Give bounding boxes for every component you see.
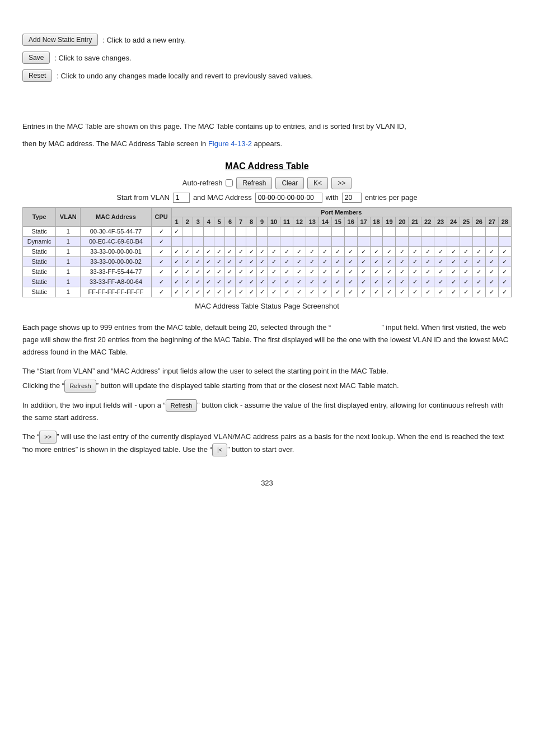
gg-button[interactable]: >> xyxy=(331,177,352,189)
cell-mac: FF-FF-FF-FF-FF-FF xyxy=(81,287,151,297)
cell-port-11 xyxy=(280,236,293,246)
cell-port-18 xyxy=(370,236,383,246)
port-header-14: 14 xyxy=(318,217,331,226)
port-header-26: 26 xyxy=(472,217,485,226)
cell-port-1: ✓ xyxy=(171,277,182,287)
refresh-inline: Refresh xyxy=(64,380,96,393)
save-button[interactable]: Save xyxy=(22,52,50,64)
cell-port-5: ✓ xyxy=(214,287,224,297)
mac-address-input[interactable] xyxy=(255,193,322,203)
cell-port-1: ✓ xyxy=(171,256,182,267)
paragraph-3: Clicking the “Refresh” button will updat… xyxy=(22,380,512,393)
cell-port-28 xyxy=(498,236,511,246)
cell-port-17 xyxy=(357,236,370,246)
start-vlan-input[interactable] xyxy=(173,193,190,203)
refresh-inline-2: Refresh xyxy=(166,399,198,412)
cell-port-23: ✓ xyxy=(434,277,447,287)
cell-port-18: ✓ xyxy=(370,287,383,297)
cell-type: Dynamic xyxy=(23,236,56,246)
cell-port-11 xyxy=(280,226,293,236)
cell-port-28: ✓ xyxy=(498,277,511,287)
cell-port-6 xyxy=(224,236,235,246)
reset-button[interactable]: Reset xyxy=(22,69,52,82)
cell-port-10: ✓ xyxy=(268,256,280,267)
cell-vlan: 1 xyxy=(56,246,81,256)
cell-vlan: 1 xyxy=(56,287,81,297)
figure-link[interactable]: Figure 4-13-2 xyxy=(208,139,252,148)
cell-port-25: ✓ xyxy=(460,246,472,256)
mac-table-body: Static100-30-4F-55-44-77✓✓Dynamic100-E0-… xyxy=(23,226,512,297)
cell-port-7: ✓ xyxy=(235,267,246,277)
cell-port-25 xyxy=(460,236,472,246)
cell-port-12 xyxy=(293,226,306,236)
add-new-static-entry-button[interactable]: Add New Static Entry xyxy=(22,34,98,46)
cell-port-3: ✓ xyxy=(193,287,203,297)
cell-port-15: ✓ xyxy=(331,267,344,277)
cell-port-4: ✓ xyxy=(203,277,214,287)
cell-port-10: ✓ xyxy=(268,246,280,256)
cell-port-19: ✓ xyxy=(383,267,396,277)
port-header-1: 1 xyxy=(171,217,182,226)
cell-port-10: ✓ xyxy=(268,287,280,297)
cell-port-8 xyxy=(246,226,257,236)
paragraph-4: In addition, the two input fields will -… xyxy=(22,399,512,424)
port-header-2: 2 xyxy=(182,217,193,226)
cell-port-7: ✓ xyxy=(235,287,246,297)
start-row: Start from VLAN and MAC Address with ent… xyxy=(22,193,512,203)
cell-port-21: ✓ xyxy=(409,267,421,277)
cell-port-15: ✓ xyxy=(331,256,344,267)
cell-port-6 xyxy=(224,226,235,236)
cell-port-8: ✓ xyxy=(246,277,257,287)
cell-port-11: ✓ xyxy=(280,277,293,287)
cell-port-22: ✓ xyxy=(421,256,434,267)
cell-port-13: ✓ xyxy=(306,246,318,256)
kk-button[interactable]: K< xyxy=(307,177,328,189)
cell-type: Static xyxy=(23,277,56,287)
mac-address-header: MAC Address xyxy=(81,207,151,226)
body-section: Each page shows up to 999 entries from t… xyxy=(22,321,512,456)
cell-port-18: ✓ xyxy=(370,246,383,256)
entries-per-page-input[interactable] xyxy=(342,193,362,203)
cell-port-15: ✓ xyxy=(331,246,344,256)
cell-port-26 xyxy=(472,236,485,246)
cell-mac: 33-33-00-00-00-02 xyxy=(81,256,151,267)
cell-port-8: ✓ xyxy=(246,267,257,277)
port-header-11: 11 xyxy=(280,217,293,226)
cell-port-5 xyxy=(214,226,224,236)
cell-port-8: ✓ xyxy=(246,246,257,256)
cell-port-9: ✓ xyxy=(257,246,268,256)
cell-port-14: ✓ xyxy=(318,246,331,256)
refresh-button[interactable]: Refresh xyxy=(236,177,272,189)
cell-port-18: ✓ xyxy=(370,277,383,287)
cell-port-6: ✓ xyxy=(224,267,235,277)
cell-cpu: ✓ xyxy=(151,277,171,287)
cell-port-7: ✓ xyxy=(235,277,246,287)
cell-port-3: ✓ xyxy=(193,277,203,287)
auto-refresh-checkbox[interactable] xyxy=(226,179,233,186)
cell-port-6: ✓ xyxy=(224,246,235,256)
cell-cpu: ✓ xyxy=(151,236,171,246)
cell-port-20: ✓ xyxy=(396,246,409,256)
cell-port-9: ✓ xyxy=(257,267,268,277)
cell-port-22: ✓ xyxy=(421,246,434,256)
cell-port-2 xyxy=(182,236,193,246)
cell-mac: 33-33-00-00-00-01 xyxy=(81,246,151,256)
port-header-12: 12 xyxy=(293,217,306,226)
cell-port-25: ✓ xyxy=(460,277,472,287)
clear-button[interactable]: Clear xyxy=(275,177,304,189)
cell-port-6: ✓ xyxy=(224,256,235,267)
cell-port-27: ✓ xyxy=(485,287,498,297)
cell-port-26: ✓ xyxy=(472,256,485,267)
cell-port-28 xyxy=(498,226,511,236)
table-row: Static1FF-FF-FF-FF-FF-FF✓✓✓✓✓✓✓✓✓✓✓✓✓✓✓✓… xyxy=(23,287,512,297)
cell-port-12: ✓ xyxy=(293,277,306,287)
port-header-3: 3 xyxy=(193,217,203,226)
cell-port-8: ✓ xyxy=(246,256,257,267)
cell-port-17: ✓ xyxy=(357,267,370,277)
port-header-4: 4 xyxy=(203,217,214,226)
mac-table-title: MAC Address Table xyxy=(22,161,512,171)
cell-port-1: ✓ xyxy=(171,246,182,256)
cell-port-27: ✓ xyxy=(485,267,498,277)
cell-port-20: ✓ xyxy=(396,267,409,277)
cell-port-23: ✓ xyxy=(434,267,447,277)
